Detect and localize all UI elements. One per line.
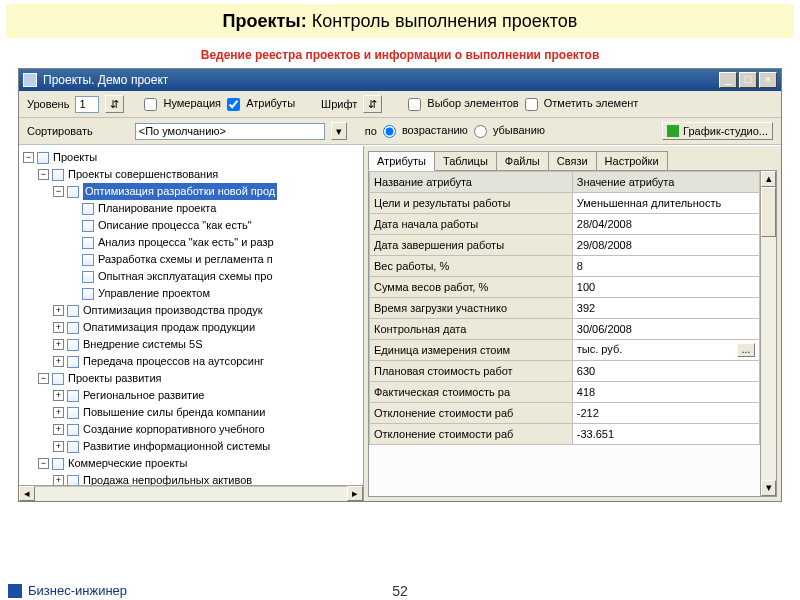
- scroll-right-icon[interactable]: ▸: [347, 486, 363, 501]
- collapse-icon[interactable]: −: [38, 373, 49, 384]
- attr-value[interactable]: тыс. руб....: [572, 340, 759, 361]
- attr-row[interactable]: Цели и результаты работыУменьшенная длит…: [370, 193, 760, 214]
- doc-icon: [52, 458, 64, 470]
- tree-node[interactable]: +Передача процессов на аутсорсинг: [23, 353, 363, 370]
- scroll-thumb[interactable]: [761, 187, 776, 237]
- scroll-left-icon[interactable]: ◂: [19, 486, 35, 501]
- sort-combo[interactable]: <По умолчанию>: [135, 123, 325, 140]
- graphic-studio-button[interactable]: График-студио...: [662, 122, 773, 140]
- attributes-pane: АтрибутыТаблицыФайлыСвязиНастройки Назва…: [364, 146, 781, 501]
- tree-label: Оптимизация разработки новой прод: [83, 183, 277, 200]
- attr-row[interactable]: Контрольная дата30/06/2008: [370, 319, 760, 340]
- tree-h-scrollbar[interactable]: ◂ ▸: [19, 485, 363, 501]
- select-elements-checkbox[interactable]: Выбор элементов: [408, 97, 518, 111]
- tree-node[interactable]: −Проекты совершенствования: [23, 166, 363, 183]
- sort-asc-radio[interactable]: возрастанию: [383, 124, 468, 138]
- collapse-icon[interactable]: −: [38, 458, 49, 469]
- maximize-button[interactable]: □: [739, 72, 757, 88]
- expand-icon[interactable]: +: [53, 356, 64, 367]
- minimize-button[interactable]: _: [719, 72, 737, 88]
- attr-name: Единица измерения стоим: [370, 340, 573, 361]
- tree-node[interactable]: Анализ процесса "как есть" и разр: [23, 234, 363, 251]
- attr-value[interactable]: 630: [572, 361, 759, 382]
- tree-label: Проекты совершенствования: [68, 166, 218, 183]
- sort-dropdown-button[interactable]: ▾: [331, 122, 347, 140]
- attr-value[interactable]: 28/04/2008: [572, 214, 759, 235]
- attr-header-name: Название атрибута: [370, 172, 573, 193]
- expand-icon[interactable]: +: [53, 407, 64, 418]
- attr-value[interactable]: -212: [572, 403, 759, 424]
- tree-node[interactable]: −Проекты: [23, 149, 363, 166]
- attr-row[interactable]: Вес работы, %8: [370, 256, 760, 277]
- expand-icon[interactable]: +: [53, 441, 64, 452]
- attr-value[interactable]: 418: [572, 382, 759, 403]
- expand-icon[interactable]: +: [53, 305, 64, 316]
- collapse-icon[interactable]: −: [38, 169, 49, 180]
- level-input[interactable]: 1: [75, 96, 99, 113]
- attr-value[interactable]: 100: [572, 277, 759, 298]
- tree-node[interactable]: −Оптимизация разработки новой прод: [23, 183, 363, 200]
- attr-value[interactable]: 29/08/2008: [572, 235, 759, 256]
- tree-node[interactable]: Управление проектом: [23, 285, 363, 302]
- tree-node[interactable]: +Создание корпоративного учебного: [23, 421, 363, 438]
- attributes-checkbox[interactable]: Атрибуты: [227, 97, 295, 111]
- collapse-icon[interactable]: −: [23, 152, 34, 163]
- ellipsis-button[interactable]: ...: [737, 343, 755, 357]
- tree-node[interactable]: +Оптимизация производства продук: [23, 302, 363, 319]
- close-button[interactable]: ×: [759, 72, 777, 88]
- collapse-icon[interactable]: −: [53, 186, 64, 197]
- brand-icon: [8, 584, 22, 598]
- tree-node[interactable]: −Проекты развития: [23, 370, 363, 387]
- numbering-checkbox[interactable]: Нумерация: [144, 97, 221, 111]
- attr-row[interactable]: Фактическая стоимость ра418: [370, 382, 760, 403]
- attr-row[interactable]: Дата завершения работы29/08/2008: [370, 235, 760, 256]
- attr-name: Дата завершения работы: [370, 235, 573, 256]
- font-stepper[interactable]: ⇵: [363, 95, 382, 113]
- tree-node[interactable]: Разработка схемы и регламента п: [23, 251, 363, 268]
- attr-value[interactable]: 8: [572, 256, 759, 277]
- tree-node[interactable]: +Опатимизация продаж продукции: [23, 319, 363, 336]
- page-banner: Проекты: Контроль выполнения проектов: [6, 4, 794, 38]
- scroll-down-icon[interactable]: ▾: [761, 480, 776, 496]
- tab-0[interactable]: Атрибуты: [368, 151, 435, 171]
- tab-3[interactable]: Связи: [548, 151, 597, 171]
- attr-row[interactable]: Отклонение стоимости раб-33.651: [370, 424, 760, 445]
- scroll-up-icon[interactable]: ▴: [761, 171, 776, 187]
- tree-node[interactable]: +Развитие информационной системы: [23, 438, 363, 455]
- level-stepper[interactable]: ⇵: [105, 95, 124, 113]
- attr-row[interactable]: Единица измерения стоимтыс. руб....: [370, 340, 760, 361]
- attr-row[interactable]: Дата начала работы28/04/2008: [370, 214, 760, 235]
- attr-value[interactable]: 392: [572, 298, 759, 319]
- tree-node[interactable]: +Внедрение системы 5S: [23, 336, 363, 353]
- expand-icon[interactable]: +: [53, 339, 64, 350]
- attr-row[interactable]: Плановая стоимость работ630: [370, 361, 760, 382]
- tab-1[interactable]: Таблицы: [434, 151, 497, 171]
- attr-row[interactable]: Отклонение стоимости раб-212: [370, 403, 760, 424]
- attr-value[interactable]: 30/06/2008: [572, 319, 759, 340]
- expand-icon[interactable]: +: [53, 390, 64, 401]
- doc-icon: [67, 322, 79, 334]
- tree-node[interactable]: −Коммерческие проекты: [23, 455, 363, 472]
- tree-label: Опатимизация продаж продукции: [83, 319, 255, 336]
- attr-v-scrollbar[interactable]: ▴ ▾: [760, 171, 776, 496]
- tree-node[interactable]: Планирование проекта: [23, 200, 363, 217]
- tab-4[interactable]: Настройки: [596, 151, 668, 171]
- tree-node[interactable]: +Повышение силы бренда компании: [23, 404, 363, 421]
- attr-row[interactable]: Сумма весов работ, %100: [370, 277, 760, 298]
- attr-value[interactable]: Уменьшенная длительность: [572, 193, 759, 214]
- expand-icon[interactable]: +: [53, 424, 64, 435]
- tree-label: Коммерческие проекты: [68, 455, 187, 472]
- sort-desc-radio[interactable]: убыванию: [474, 124, 545, 138]
- expand-icon[interactable]: +: [53, 322, 64, 333]
- tree-label: Проекты развития: [68, 370, 161, 387]
- tab-2[interactable]: Файлы: [496, 151, 549, 171]
- attr-row[interactable]: Время загрузки участнико392: [370, 298, 760, 319]
- toolbar-row-2: Сортировать <По умолчанию> ▾ по возраста…: [19, 118, 781, 145]
- tree-label: Управление проектом: [98, 285, 210, 302]
- mark-element-checkbox[interactable]: Отметить элемент: [525, 97, 639, 111]
- tree-node[interactable]: Описание процесса "как есть": [23, 217, 363, 234]
- tree-node[interactable]: +Региональное развитие: [23, 387, 363, 404]
- doc-icon: [82, 271, 94, 283]
- tree-node[interactable]: Опытная эксплуатация схемы про: [23, 268, 363, 285]
- attr-value[interactable]: -33.651: [572, 424, 759, 445]
